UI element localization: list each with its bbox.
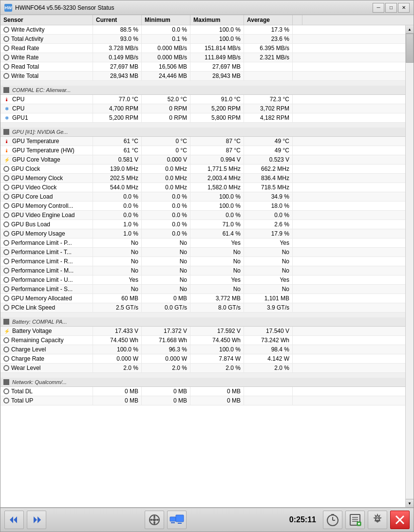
sensor-name: Remaining Capacity [0,336,93,345]
svg-rect-13 [331,514,334,515]
current-val: 0.149 MB/s [93,53,142,62]
section-separator [0,373,405,378]
sensor-table: Sensor Current Minimum Maximum Average W… [0,15,414,507]
table-row: GPU Memory Usage 1.0 % 0.0 % 61.4 % 17.9… [0,229,405,238]
title-buttons: ─ □ ✕ [373,3,410,13]
circle-icon [3,240,9,246]
sensor-name: Write Total [0,72,93,80]
sensor-name: Write Activity [0,25,93,34]
restore-button[interactable]: □ [385,3,397,13]
min-val: 0.000 MB/s [142,53,190,62]
svg-marker-0 [10,516,13,523]
svg-point-5 [153,518,156,521]
circle-icon [3,175,9,181]
close-app-button[interactable] [390,511,410,529]
fan-icon: ❄ [3,114,10,121]
svg-marker-2 [34,516,37,523]
current-val: 88.5 % [93,25,142,34]
circle-icon [3,194,9,200]
svg-rect-7 [176,515,184,522]
section-label: COMPAL EC: Alienwar... [0,86,293,94]
avg-val [244,72,293,80]
table-row: PCIe Link Speed 2.5 GT/s 0.0 GT/s 8.0 GT… [0,303,405,312]
svg-rect-6 [170,517,176,521]
sensor-name: Performance Limit - P... [0,238,93,247]
minimize-button[interactable]: ─ [373,3,384,13]
sensor-name: GPU Memory Allocated [0,294,93,303]
sensor-name: ❄ GPU1 [0,113,93,122]
table-row: Charge Rate 0.000 W 0.000 W 7.874 W 4.14… [0,354,405,364]
table-row: Performance Limit - U... Yes No Yes Yes [0,275,405,285]
sensor-name: 🌡 GPU Temperature [0,137,93,146]
close-button[interactable]: ✕ [398,3,410,13]
current-val: 28,943 MB [93,72,142,80]
sensor-name: Total Activity [0,35,93,43]
avg-val: 2.321 MB/s [244,53,293,62]
current-val: 3.728 MB/s [93,44,142,53]
table-body[interactable]: Write Activity 88.5 % 0.0 % 100.0 % 17.3… [0,25,405,507]
circle-icon [3,184,9,190]
table-row: GPU Core Load 0.0 % 0.0 % 100.0 % 34.9 % [0,192,405,202]
table-row: Read Rate 3.728 MB/s 0.000 MB/s 151.814 … [0,44,405,53]
min-val: 0 RPM [142,113,190,122]
section-header-compal: COMPAL EC: Alienwar... [0,86,405,95]
circle-icon [3,36,9,42]
avg-val: 3,702 RPM [244,104,293,113]
table-row: GPU Bus Load 1.0 % 0.0 % 71.0 % 2.6 % [0,220,405,229]
log-button[interactable] [345,511,365,529]
section-icon [3,129,9,135]
section-separator [0,312,405,317]
table-row: Total Activity 93.0 % 0.1 % 100.0 % 23.6… [0,35,405,44]
col-average: Average [244,15,293,25]
fan-icon: ❄ [3,105,10,112]
nav-forward-button[interactable] [27,511,46,529]
avg-val: 6.395 MB/s [244,44,293,53]
current-val: 5,200 RPM [93,113,142,122]
temp-icon: 🌡 [3,96,10,103]
sensor-name: ❄ CPU [0,104,93,113]
circle-icon [3,27,9,33]
min-val: 24,446 MB [142,72,190,80]
circle-icon [3,203,9,209]
scrollbar-thumb[interactable] [406,34,414,63]
volt-icon: ⚡ [3,156,10,163]
settings-button[interactable] [368,511,387,529]
circle-icon [3,277,9,283]
section-label: Battery: COMPAL PA... [0,317,293,326]
circle-icon [3,221,9,227]
svg-marker-3 [38,516,41,523]
scrollbar-track[interactable]: ▲ ▼ [405,25,414,507]
avg-val: 4,182 RPM [244,113,293,122]
circle-icon [3,249,9,255]
sensor-name: ⚡ Battery Voltage [0,327,93,335]
circle-icon [3,347,9,352]
section-icon [3,379,9,385]
sensor-name: GPU Video Engine Load [0,211,93,220]
table-row: Charge Level 100.0 % 96.3 % 100.0 % 98.4… [0,345,405,354]
section-header-gpu: GPU [#1]: NVIDIA Ge... [0,128,405,137]
avg-val: 23.6 % [244,35,293,43]
circle-icon [3,398,9,404]
timer-button[interactable] [323,511,342,529]
current-val: 27,697 MB [93,62,142,71]
fan-control-button[interactable] [145,511,164,529]
circle-icon [3,295,9,301]
scrollbar-up-arrow[interactable]: ▲ [406,25,414,34]
table-row: Write Total 28,943 MB 24,446 MB 28,943 M… [0,72,405,81]
min-val: 16,506 MB [142,62,190,71]
nav-back-button[interactable] [4,511,24,529]
window-title: HWiNFO64 v5.56-3230 Sensor Status [15,4,373,11]
scrollbar-down-arrow[interactable]: ▼ [406,499,414,507]
sensor-name: ⚡ GPU Core Voltage [0,155,93,164]
volt-icon: ⚡ [3,328,10,334]
svg-rect-9 [178,523,182,524]
network-button[interactable] [167,511,187,529]
gpu-rows: GPU Clock 139.0 MHz 0.0 MHz 1,771.5 MHz … [0,165,405,312]
max-val: 100.0 % [190,25,244,34]
current-val: 93.0 % [93,35,142,43]
sensor-name: GPU Core Load [0,192,93,201]
table-row: GPU Memory Clock 202.5 MHz 0.0 MHz 2,003… [0,174,405,183]
table-row: 🌡 GPU Temperature (HW) 61 °C 0 °C 87 °C … [0,146,405,155]
sensor-name: Read Rate [0,44,93,53]
table-row: Performance Limit - S... No No No No [0,285,405,294]
